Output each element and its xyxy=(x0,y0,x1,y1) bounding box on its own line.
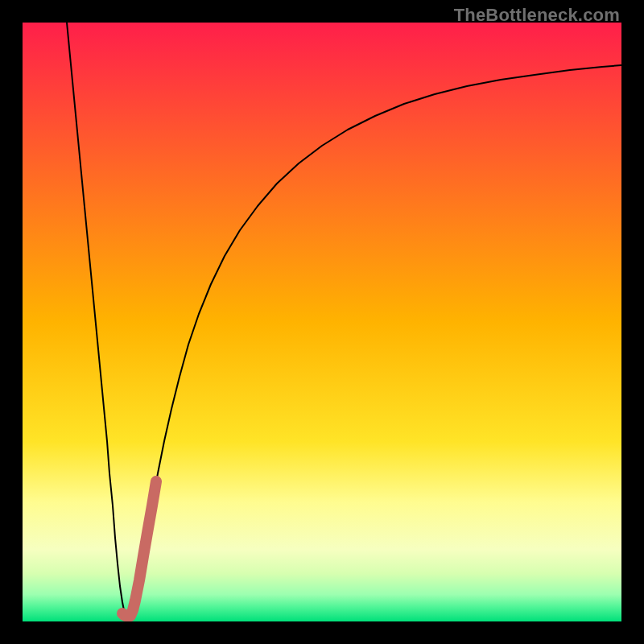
chart-frame: TheBottleneck.com xyxy=(0,0,644,644)
highlight-segment xyxy=(122,481,156,617)
curve-layer xyxy=(23,23,621,621)
plot-area xyxy=(23,23,621,621)
